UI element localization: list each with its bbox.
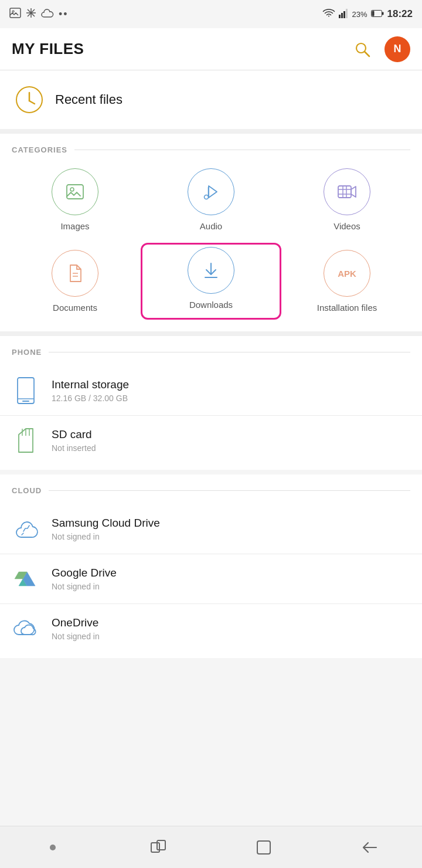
cloud-header: CLOUD — [0, 486, 422, 504]
svg-point-20 — [205, 195, 209, 199]
categories-label: CATEGORIES — [12, 145, 67, 154]
snowflake-status-icon — [26, 8, 36, 21]
category-grid: Images Audio — [0, 164, 422, 317]
google-drive-item[interactable]: Google Drive Not signed in — [0, 554, 422, 604]
internal-storage-name: Internal storage — [52, 378, 410, 391]
samsung-cloud-icon — [12, 515, 40, 543]
sd-card-detail: Not inserted — [52, 443, 410, 453]
categories-divider — [74, 150, 410, 150]
svg-rect-18 — [67, 185, 83, 199]
google-drive-detail: Not signed in — [52, 582, 410, 591]
search-button[interactable] — [349, 36, 375, 62]
svg-rect-21 — [338, 186, 351, 198]
app-title: MY FILES — [12, 40, 84, 58]
downloads-icon-wrap — [188, 247, 234, 294]
images-icon-wrap — [52, 168, 98, 215]
onedrive-item[interactable]: OneDrive Not signed in — [0, 604, 422, 653]
apk-text: APK — [338, 269, 356, 279]
sd-card-name: SD card — [52, 428, 410, 441]
google-drive-info: Google Drive Not signed in — [52, 567, 410, 591]
bottom-navigation — [0, 826, 422, 868]
svg-rect-29 — [18, 378, 34, 404]
svg-rect-8 — [343, 11, 345, 18]
recent-files-label: Recent files — [55, 92, 122, 107]
cloud-section: CLOUD Samsung Cloud Drive Not signed in — [0, 474, 422, 658]
app-header: MY FILES N — [0, 28, 422, 70]
internal-storage-icon — [12, 377, 40, 405]
downloads-label: Downloads — [189, 300, 233, 310]
sd-card-icon — [12, 426, 40, 455]
category-installation[interactable]: APK Installation files — [279, 245, 415, 317]
images-label: Images — [60, 221, 89, 231]
dots-status-icon: •• — [59, 8, 69, 21]
samsung-cloud-item[interactable]: Samsung Cloud Drive Not signed in — [0, 504, 422, 554]
onedrive-name: OneDrive — [52, 616, 410, 629]
internal-storage-info: Internal storage 12.16 GB / 32.00 GB — [52, 378, 410, 403]
samsung-cloud-name: Samsung Cloud Drive — [52, 517, 410, 530]
google-drive-icon — [12, 565, 40, 593]
svg-line-17 — [29, 101, 35, 104]
svg-point-35 — [50, 845, 56, 850]
cloud-status-icon — [41, 8, 54, 21]
internal-storage-detail: 12.16 GB / 32.00 GB — [52, 394, 410, 403]
svg-rect-6 — [339, 15, 341, 18]
overview-nav-button[interactable] — [246, 830, 281, 865]
category-videos[interactable]: Videos — [279, 164, 415, 236]
onedrive-info: OneDrive Not signed in — [52, 616, 410, 641]
svg-rect-36 — [151, 843, 159, 852]
header-icons: N — [349, 36, 410, 62]
clock-icon — [14, 84, 45, 115]
cloud-divider — [49, 490, 410, 491]
status-bar-right: 23% 18:22 — [322, 8, 413, 20]
svg-rect-11 — [382, 12, 384, 15]
onedrive-icon — [12, 615, 40, 643]
status-bar-left: •• — [9, 8, 69, 21]
avatar-letter: N — [394, 43, 401, 55]
category-images[interactable]: Images — [7, 164, 143, 236]
svg-point-19 — [70, 188, 74, 191]
svg-point-1 — [12, 11, 14, 12]
installation-icon-wrap: APK — [324, 250, 370, 297]
category-documents[interactable]: Documents — [7, 245, 143, 317]
svg-rect-7 — [341, 13, 343, 18]
category-audio[interactable]: Audio — [143, 164, 279, 236]
battery-text: 23% — [352, 10, 367, 19]
documents-label: Documents — [53, 303, 97, 313]
sd-card-item[interactable]: SD card Not inserted — [0, 416, 422, 465]
battery-icon — [371, 9, 384, 19]
sd-card-info: SD card Not inserted — [52, 428, 410, 453]
internal-storage-item[interactable]: Internal storage 12.16 GB / 32.00 GB — [0, 366, 422, 416]
google-drive-name: Google Drive — [52, 567, 410, 579]
cloud-section-label: CLOUD — [12, 486, 42, 495]
status-bar: •• 23% 18:22 — [0, 0, 422, 28]
home-nav-button[interactable] — [35, 830, 70, 865]
category-downloads[interactable]: Downloads — [141, 243, 281, 320]
samsung-cloud-info: Samsung Cloud Drive Not signed in — [52, 517, 410, 541]
videos-label: Videos — [333, 221, 360, 231]
categories-header: CATEGORIES — [0, 145, 422, 164]
svg-rect-9 — [346, 9, 348, 18]
documents-icon-wrap — [52, 250, 98, 297]
phone-section: PHONE Internal storage 12.16 GB / 32.00 … — [0, 336, 422, 470]
wifi-icon — [322, 9, 335, 20]
audio-label: Audio — [200, 221, 222, 231]
back-nav-button[interactable] — [352, 830, 387, 865]
phone-divider — [49, 352, 410, 352]
status-time: 18:22 — [387, 8, 413, 20]
main-content: Recent files CATEGORIES Images — [0, 70, 422, 710]
categories-section: CATEGORIES Images — [0, 134, 422, 336]
recent-nav-button[interactable] — [141, 830, 176, 865]
phone-header: PHONE — [0, 348, 422, 366]
svg-rect-12 — [372, 11, 374, 16]
audio-icon-wrap — [188, 168, 234, 215]
svg-line-14 — [365, 52, 369, 56]
installation-label: Installation files — [317, 303, 377, 313]
avatar-button[interactable]: N — [384, 36, 410, 62]
svg-rect-38 — [257, 841, 270, 854]
samsung-cloud-detail: Not signed in — [52, 532, 410, 541]
svg-rect-31 — [22, 401, 29, 402]
svg-rect-37 — [157, 840, 165, 850]
phone-section-label: PHONE — [12, 348, 42, 357]
recent-files-item[interactable]: Recent files — [0, 70, 422, 134]
image-status-icon — [9, 8, 21, 21]
